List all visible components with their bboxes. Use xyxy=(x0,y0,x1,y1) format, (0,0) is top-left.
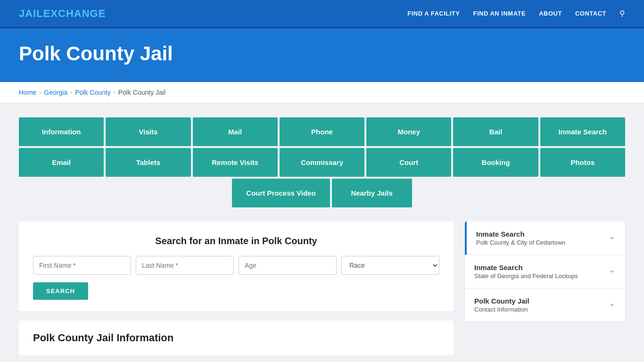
sidebar-item-sub-2: Contact Information xyxy=(474,306,529,313)
sidebar-item-inmate-search-georgia[interactable]: Inmate Search State of Georgia and Feder… xyxy=(465,255,625,288)
btn-money[interactable]: Money xyxy=(366,117,451,146)
sidebar-item-title-2: Polk County Jail xyxy=(474,297,529,305)
search-button[interactable]: SEARCH xyxy=(33,282,88,300)
chevron-down-icon-1: ⌄ xyxy=(609,264,616,275)
btn-phone[interactable]: Phone xyxy=(280,117,364,146)
breadcrumb-current: Polk County Jail xyxy=(118,89,165,96)
info-section: Polk County Jail Information xyxy=(19,321,454,355)
breadcrumb-sep-3: › xyxy=(114,89,116,96)
btn-nearby-jails[interactable]: Nearby Jails xyxy=(332,179,412,207)
main-nav: FIND A FACILITY FIND AN INMATE ABOUT CON… xyxy=(407,9,625,18)
btn-bail[interactable]: Bail xyxy=(453,117,538,146)
breadcrumb-sep-1: › xyxy=(39,89,41,96)
chevron-down-icon-0: ⌄ xyxy=(609,231,616,241)
btn-inmate-search[interactable]: Inmate Search xyxy=(540,117,625,146)
breadcrumb: Home › Georgia › Polk County › Polk Coun… xyxy=(19,89,625,96)
btn-booking[interactable]: Booking xyxy=(453,148,538,177)
button-row-3: Court Process Video Nearby Jails xyxy=(19,179,625,207)
btn-court[interactable]: Court xyxy=(366,148,451,177)
site-logo[interactable]: JAILEXCHANGE xyxy=(19,8,106,20)
btn-tablets[interactable]: Tablets xyxy=(106,148,190,177)
breadcrumb-home[interactable]: Home xyxy=(19,89,36,96)
search-fields: Race White Black Hispanic Asian Other xyxy=(33,256,439,275)
first-name-input[interactable] xyxy=(33,256,131,275)
sidebar-item-contact-info[interactable]: Polk County Jail Contact Information ⌄ xyxy=(465,288,625,321)
logo-jail: JAIL xyxy=(19,8,43,19)
breadcrumb-bar: Home › Georgia › Polk County › Polk Coun… xyxy=(0,82,644,103)
inmate-search-panel: Search for an Inmate in Polk County Race… xyxy=(19,222,454,311)
search-title: Search for an Inmate in Polk County xyxy=(33,236,439,247)
page-title: Polk County Jail xyxy=(19,42,625,65)
sidebar-item-inmate-search-polk[interactable]: Inmate Search Polk County & City of Ceda… xyxy=(465,222,625,255)
btn-visits[interactable]: Visits xyxy=(106,117,190,146)
btn-mail[interactable]: Mail xyxy=(193,117,278,146)
breadcrumb-polk-county[interactable]: Polk County xyxy=(75,89,110,96)
button-row-2: Email Tablets Remote Visits Commissary C… xyxy=(19,148,625,177)
info-title: Polk County Jail Information xyxy=(33,332,439,344)
btn-remote-visits[interactable]: Remote Visits xyxy=(193,148,278,177)
btn-information[interactable]: Information xyxy=(19,117,104,146)
breadcrumb-sep-2: › xyxy=(70,89,72,96)
sidebar-card: Inmate Search Polk County & City of Ceda… xyxy=(465,222,625,321)
nav-contact[interactable]: CONTACT xyxy=(575,10,606,17)
button-row-1: Information Visits Mail Phone Money Bail… xyxy=(19,117,625,146)
sidebar-item-sub-0: Polk County & City of Cedartown xyxy=(476,239,565,246)
age-input[interactable] xyxy=(239,256,337,275)
breadcrumb-georgia[interactable]: Georgia xyxy=(44,89,67,96)
nav-about[interactable]: ABOUT xyxy=(539,10,562,17)
logo-exchange: EXCHANGE xyxy=(43,8,106,19)
sidebar-item-title-1: Inmate Search xyxy=(474,263,578,272)
race-select[interactable]: Race White Black Hispanic Asian Other xyxy=(341,256,439,275)
nav-find-facility[interactable]: FIND A FACILITY xyxy=(407,10,460,17)
chevron-down-icon-2: ⌄ xyxy=(609,298,616,308)
btn-court-process-video[interactable]: Court Process Video xyxy=(232,179,330,207)
sidebar-item-sub-1: State of Georgia and Federal Lockups xyxy=(474,272,578,280)
btn-commissary[interactable]: Commissary xyxy=(280,148,364,177)
nav-find-inmate[interactable]: FIND AN INMATE xyxy=(473,10,526,17)
sidebar: Inmate Search Polk County & City of Ceda… xyxy=(465,222,625,321)
btn-photos[interactable]: Photos xyxy=(540,148,625,177)
site-header: JAILEXCHANGE FIND A FACILITY FIND AN INM… xyxy=(0,0,644,28)
main-content: Information Visits Mail Phone Money Bail… xyxy=(0,103,644,362)
btn-email[interactable]: Email xyxy=(19,148,104,177)
sidebar-item-title-0: Inmate Search xyxy=(476,230,565,238)
search-icon[interactable]: ⚲ xyxy=(619,9,625,18)
hero-section: Polk County Jail xyxy=(0,28,644,82)
content-row: Search for an Inmate in Polk County Race… xyxy=(19,222,625,355)
last-name-input[interactable] xyxy=(136,256,234,275)
